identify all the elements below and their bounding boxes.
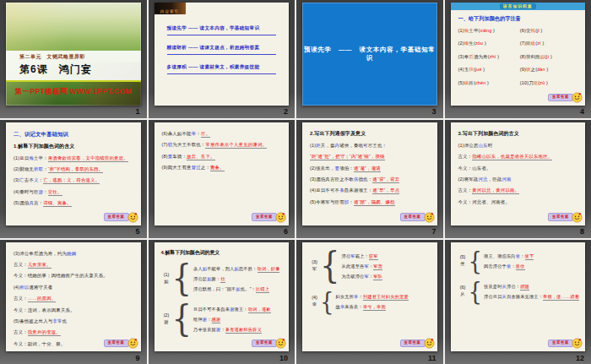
slide-canvas-3: 预读先学 —— 读文本内容，学基础知常识: [302, 3, 437, 106]
text-line: (10)刀俎(zǔ ): [520, 79, 582, 86]
group-number: (3): [309, 259, 320, 266]
smiley-face-icon: [424, 212, 435, 223]
text-segment: 之(: [531, 67, 538, 72]
text-segment: 军队: [373, 274, 382, 280]
slide-thumb-9[interactable]: (3)沛公奉卮酒为寿，约为婚姻古义：儿女亲家。今义：结婚的事；因结婚而产生的夫妻…: [0, 240, 147, 364]
slide-thumb-12[interactable]: (5)坐{项王、项伯东向坐：坐下因击沛公于坐：座位(6)从{张良是时从沛公：跟随…: [445, 240, 591, 364]
smiley-face-icon: [275, 338, 286, 349]
brace-icon: {: [469, 279, 483, 304]
group-number: (6): [458, 285, 469, 291]
answer-badge[interactable]: 查看答案: [104, 338, 138, 349]
text-segment: ：: [43, 189, 48, 194]
exercise-heading: 4.解释下列加颜色词的意义: [161, 249, 285, 257]
text-segment: 动词，道歉: [248, 307, 271, 313]
text-line: (2)张良出，要项伯：通“邀”，邀请: [310, 165, 431, 171]
text-segment: 河南: [502, 177, 511, 182]
text-segment: 车骑：: [172, 154, 187, 159]
slide-frame: 二、识记文中基础知识1.解释下列加颜色词的含义(1)旦日飨士卒：用酒食款待宾客，…: [0, 120, 147, 238]
text-segment: ): [482, 67, 485, 72]
text-segment: 所以: [19, 285, 29, 290]
text-line: “距”通“拒”，把守；“内”通“纳”，接纳: [310, 153, 431, 160]
text-segment: 酒为寿(: [474, 54, 490, 59]
text-segment: 为大王不取也：: [172, 142, 205, 147]
text-line: 妇女无所幸：封建君主对妇女的宠爱: [336, 293, 432, 300]
text-segment: ：: [511, 263, 515, 269]
text-line: (4)所以遣将守关者: [14, 284, 134, 291]
text-segment: (7)目: [520, 41, 531, 46]
text-segment: 诸侯，秦地可尽王也：: [339, 143, 387, 148]
slide-canvas-9: (3)沛公奉卮酒为寿，约为婚姻古义：儿女亲家。今义：结婚的事；因结婚而产生的夫妻…: [6, 242, 141, 351]
group-lines: 妇女无所幸：封建君主对妇女的宠爱故幸来告良：幸亏，幸而: [336, 290, 432, 313]
text-segment: ): [485, 80, 489, 85]
slide-frame: 2.写出下列通假字及意义(1)距关，毋内诸侯，秦地可尽王也：“距”通“拒”，把守…: [296, 120, 443, 238]
slide-canvas-7: 2.写出下列通假字及意义(1)距关，毋内诸侯，秦地可尽王也：“距”通“拒”，把守…: [302, 122, 437, 225]
text-segment: 自来谢项王：: [344, 187, 373, 193]
answer-badge[interactable]: 查看答案: [400, 338, 435, 349]
index-item: 多读厚积 —— 读素材美文，积素养提技能: [167, 64, 277, 74]
slide-frame: 预读先学 —— 读文本内容，学基础知常识3: [296, 0, 443, 118]
group-word: 坐: [458, 261, 469, 268]
brace-icon: {: [320, 247, 340, 284]
text-segment: 之：: [201, 165, 210, 170]
text-segment: zōu: [475, 41, 483, 46]
text-segment: ：: [207, 317, 211, 322]
text-segment: 今义：连词，表示因果关系。: [14, 307, 75, 312]
text-segment: 项伯：: [339, 166, 354, 171]
slide-frame: (3)军{沛公军霸上：驻军从此道至吾军：军营为击破沛公军：军队(4)幸{妇女无所…: [296, 240, 443, 364]
text-segment: 督过: [192, 165, 201, 170]
text-segment: ): [541, 41, 545, 46]
text-line: 沛公旦日从百余骑来见项王：率领，使……跟着: [484, 293, 580, 300]
text-segment: ): [545, 67, 549, 72]
slide-thumb-6[interactable]: (6)杀人如不能举：尽。(7)窃为大王不取也：常用作表示个人意见的谦词。(8)置…: [149, 120, 296, 238]
slide-thumb-3[interactable]: 预读先学 —— 读文本内容，学基础知常识3: [296, 0, 443, 118]
slide-thumb-1[interactable]: 第二单元 文韬武略显异彩第6课 鸿门宴第一PPT模板网 WWW.1PPT.COM…: [0, 0, 147, 118]
slide-thumb-2[interactable]: 内容索引预读先学 —— 读文本内容，学基础知常识精读研析 —— 读课文题点，析思…: [149, 0, 296, 118]
corner-image: 内容索引: [155, 3, 186, 14]
answer-badge[interactable]: 查看答案: [104, 212, 138, 223]
text-segment: 也: [62, 318, 68, 323]
text-segment: 时: [488, 143, 493, 148]
group-label: (1)如: [161, 272, 172, 285]
answer-badge[interactable]: 查看答案: [548, 338, 583, 349]
text-segment: (7): [162, 142, 168, 147]
text-segment: (2)张良出，: [310, 166, 335, 171]
slide-thumb-7[interactable]: 2.写出下列通假字及意义(1)距关，毋内诸侯，秦地可尽王也：“距”通“拒”，把守…: [296, 120, 443, 238]
answer-badge[interactable]: 查看答案: [548, 212, 583, 223]
slide-number: 1: [6, 106, 141, 118]
text-line: (3)沛公奉卮酒为寿，约为婚姻: [14, 250, 134, 257]
text-segment: (8): [162, 154, 168, 159]
text-segment: 沛公默然，曰：“固不: [193, 286, 236, 291]
text-line: 古义：指崤山以东，也就是函谷关以东地区。: [458, 153, 579, 160]
text-line: (1)飨士卒(xiǎng ): [458, 27, 520, 34]
smiley-face-icon: [127, 338, 138, 349]
slide-thumb-4[interactable]: 语言知识积累一、给下列加颜色的字注音(1)飨士卒(xiǎng )(2)鲰生(zō…: [445, 0, 591, 118]
answer-badge[interactable]: 查看答案: [252, 338, 286, 349]
slide-number: 2: [155, 106, 290, 118]
text-segment: ): [549, 54, 552, 59]
text-line: 哙拜谢：感谢: [193, 316, 284, 323]
pinyin-columns: (1)飨士卒(xiǎng )(2)鲰生(zōu )(3)奉卮酒为寿(zhī )(…: [451, 27, 586, 92]
slide-thumb-10[interactable]: 4.解释下列加颜色词的意义(1)如{杀人如不能举，刑人如恐不胜：动词，好像沛公起…: [149, 240, 296, 364]
slide-thumb-11[interactable]: (3)军{沛公军霸上：驻军从此道至吾军：军营为击破沛公军：军队(4)幸{妇女无所…: [296, 240, 443, 364]
text-segment: 放弃、丢下。: [187, 154, 215, 160]
slide-thumb-5[interactable]: 二、识记文中基础知识1.解释下列加颜色词的含义(1)旦日飨士卒：用酒食款待宾客，…: [0, 120, 147, 238]
answer-badge[interactable]: 查看答案: [400, 212, 435, 223]
answer-badge[interactable]: 查看答案: [548, 92, 583, 103]
text-segment: 沛公旦日: [484, 294, 502, 299]
text-segment: 来告良：: [344, 304, 363, 309]
text-segment: 百余骑来见项王：: [507, 294, 543, 299]
text-segment: (2)将军战: [458, 177, 479, 182]
text-segment: 军营: [373, 263, 382, 270]
polysemy-group: (3)军{沛公军霸上：驻军从此道至吾军：军营为击破沛公军：军队: [309, 249, 432, 283]
text-segment: (5)备他盗之出入与: [14, 318, 52, 323]
answer-badge-label: 查看答案: [400, 340, 426, 348]
answer-badge[interactable]: 查看答案: [252, 212, 286, 223]
text-line: (8)置车骑：放弃、丢下。: [162, 153, 283, 160]
text-segment: 也。”：: [241, 286, 256, 291]
text-segment: 亡，逃跑；义，符合道义。: [43, 177, 100, 184]
slide-canvas-8: 3.写出下列加颜色词的古义(1)沛公居山东时古义：指崤山以东，也就是函谷关以东地…: [451, 122, 586, 225]
slide-thumb-8[interactable]: 3.写出下列加颜色词的古义(1)沛公居山东时古义：指崤山以东，也就是函谷关以东地…: [445, 120, 591, 238]
text-line: (5)瞋目(chēn ): [458, 79, 520, 86]
polysemy-group: (4)幸{妇女无所幸：封建君主对妇女的宠爱故幸来告良：幸亏，幸而: [309, 290, 432, 313]
text-segment: “所”字结构，拿取的东西。: [48, 166, 104, 173]
